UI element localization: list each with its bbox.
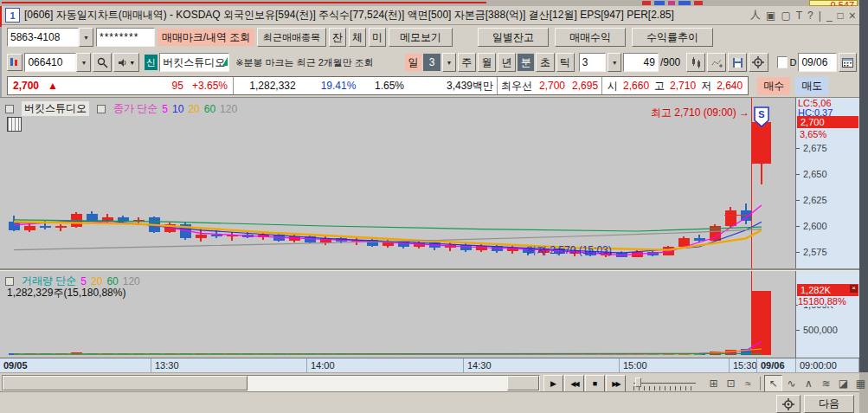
- font-settings-icon[interactable]: T: [796, 10, 802, 22]
- chart-tool-icon-1[interactable]: ⊡: [723, 376, 739, 391]
- time-axis-label: 14:30: [464, 358, 620, 373]
- price-legend: 버킷스튜디오 종가 단순 5 10 20 60 120: [5, 101, 237, 116]
- d-checkbox[interactable]: [777, 56, 788, 68]
- collapse-toggle-icon[interactable]: [5, 277, 14, 286]
- add-compare-chart-button[interactable]: [686, 53, 705, 72]
- bar-position-field[interactable]: 49: [623, 53, 659, 72]
- behind-fragment: [642, 1, 651, 5]
- ma-period[interactable]: 20: [188, 103, 199, 115]
- daily-balance-button[interactable]: 일별잔고: [478, 28, 549, 47]
- stock-code[interactable]: 066410: [24, 53, 76, 72]
- day-count-dropdown-arrow-icon[interactable]: ▼: [442, 53, 456, 72]
- chart-tool-icon-7[interactable]: ◪: [835, 376, 852, 391]
- buy-button[interactable]: 매수: [757, 77, 790, 95]
- replay-play-button[interactable]: ▶: [543, 375, 563, 392]
- behind-window-top-strip: 0,547: [0, 0, 868, 6]
- stock-name-field[interactable]: 버킷스튜디오: [159, 53, 229, 72]
- period-year-button[interactable]: 년: [498, 53, 516, 72]
- search-icon: [97, 57, 108, 68]
- next-button[interactable]: 다음: [804, 395, 854, 413]
- stock-code-combo[interactable]: 066410 ▼: [24, 53, 91, 72]
- calendar-button[interactable]: [839, 53, 857, 72]
- chart-tool-icon-4[interactable]: ∿: [783, 376, 800, 391]
- sell-marker[interactable]: S: [754, 106, 769, 127]
- chart-scrollbar-track[interactable]: [2, 375, 540, 391]
- close-button[interactable]: ×: [849, 9, 856, 23]
- trade-mark-query-button[interactable]: 매매마크/내역 조회: [158, 29, 254, 46]
- cascade-window-icon[interactable]: ▢: [781, 10, 790, 22]
- quote-box: 2,700 ▲ 95 +3.65% 1,282,332 19.41% 1.65%…: [7, 76, 749, 95]
- minute-unit-value[interactable]: 3: [579, 53, 607, 72]
- settings-button[interactable]: [776, 395, 800, 413]
- period-month-button[interactable]: 월: [478, 53, 496, 72]
- price-axis[interactable]: LC:5,06 HC:0,37 2,700 3,65% 2,6752,6502,…: [796, 98, 859, 358]
- collapse-toggle-icon[interactable]: [97, 105, 106, 113]
- speed-slider-thumb[interactable]: [635, 378, 641, 387]
- chart-scrollbar-block[interactable]: [507, 376, 539, 390]
- save-chart-button[interactable]: [728, 53, 747, 72]
- account-combo[interactable]: 5863-4108 ▼: [7, 28, 93, 47]
- code-dropdown-arrow-icon[interactable]: ▼: [76, 53, 91, 72]
- add-indicator-button[interactable]: [707, 53, 726, 72]
- date-field[interactable]: 09/06: [798, 53, 836, 72]
- period-minute-button[interactable]: 분: [518, 54, 534, 71]
- yield-trend-button[interactable]: 수익률추이: [632, 28, 713, 47]
- chart-settings-button[interactable]: [749, 53, 768, 72]
- memo-view-button[interactable]: 메모보기: [389, 28, 453, 47]
- unexecuted-button[interactable]: 미: [369, 28, 386, 47]
- day-count-value[interactable]: 3: [423, 54, 440, 71]
- status-bar: 다음: [0, 391, 859, 413]
- dock-window-icon[interactable]: ▣: [766, 10, 775, 22]
- maximize-button[interactable]: □: [838, 10, 844, 22]
- chart-tool-icon-5[interactable]: ∧: [800, 376, 817, 391]
- zigzag-plus-icon: [711, 57, 723, 68]
- minimize-button[interactable]: _: [826, 10, 833, 22]
- chart-tool-icon-2[interactable]: ≈: [740, 376, 756, 391]
- grid-toggle-icon[interactable]: [7, 117, 22, 132]
- time-axis[interactable]: 09/0513:3014:0014:3015:0015:3009/0609:00…: [0, 358, 859, 373]
- person-icon[interactable]: 人: [750, 8, 761, 23]
- help-icon[interactable]: ?: [807, 10, 813, 22]
- time-axis-label: 09/05: [0, 358, 151, 373]
- account-number[interactable]: 5863-4108: [7, 28, 79, 47]
- volume-marker-close-icon[interactable]: ×: [850, 285, 858, 293]
- trade-profit-button[interactable]: 매매수익: [555, 28, 626, 47]
- collapse-toggle-icon[interactable]: [5, 105, 14, 113]
- executed-button[interactable]: 체: [349, 28, 366, 47]
- title-bar[interactable]: 1 [0606] 자동일지차트(매매내역) - KOSDAQ 외국인보유[594…: [2, 6, 859, 25]
- period-week-button[interactable]: 주: [458, 53, 476, 72]
- popup-chart-icon[interactable]: [7, 54, 23, 71]
- sell-button[interactable]: 매도: [795, 77, 828, 95]
- ma-period[interactable]: 10: [172, 103, 183, 115]
- ma-period[interactable]: 120: [220, 103, 237, 115]
- chart-tool-icon-6[interactable]: ≋: [818, 376, 834, 391]
- replay-rewind-button[interactable]: ◀◀: [564, 375, 584, 392]
- window-number-icon: 1: [5, 8, 20, 23]
- account-dropdown-arrow-icon[interactable]: ▼: [79, 28, 93, 47]
- tool-separator: [760, 377, 761, 390]
- replay-forward-button[interactable]: ▶▶: [606, 375, 626, 392]
- recent-traded-stocks-button[interactable]: 최근매매종목: [257, 28, 326, 47]
- minute-mark-notice: ※분봉 마크는 최근 2개월만 조회: [235, 56, 374, 69]
- password-field[interactable]: ********: [96, 28, 155, 47]
- ma-period[interactable]: 60: [204, 103, 215, 115]
- speed-slider[interactable]: [633, 378, 696, 390]
- minute-unit-dropdown-arrow-icon[interactable]: ▼: [608, 53, 621, 72]
- price-tick-label: 2,625: [796, 195, 859, 205]
- chart-scrollbar-thumb[interactable]: [3, 376, 248, 390]
- period-tick-button[interactable]: 틱: [556, 53, 575, 72]
- chart-tool-icon-8[interactable]: ▦: [852, 376, 868, 391]
- chart-tool-icon-0[interactable]: ⊞: [705, 376, 722, 391]
- search-button[interactable]: [93, 53, 112, 72]
- period-day-button[interactable]: 일: [405, 54, 421, 71]
- replay-stop-button[interactable]: ■: [585, 375, 605, 392]
- balance-button[interactable]: 잔: [329, 28, 346, 47]
- ma-period[interactable]: 5: [162, 103, 168, 115]
- chart-region[interactable]: 버킷스튜디오 종가 단순 5 10 20 60 120 최고 2,710 (09…: [0, 97, 859, 373]
- sound-button[interactable]: ▼: [113, 53, 138, 72]
- time-axis-label: 09/06: [757, 358, 796, 373]
- chart-tool-icon-3[interactable]: ↖: [764, 375, 782, 392]
- behind-fragment: [668, 1, 675, 5]
- sound-dropdown-arrow-icon: ▼: [129, 60, 135, 66]
- period-second-button[interactable]: 초: [536, 53, 554, 72]
